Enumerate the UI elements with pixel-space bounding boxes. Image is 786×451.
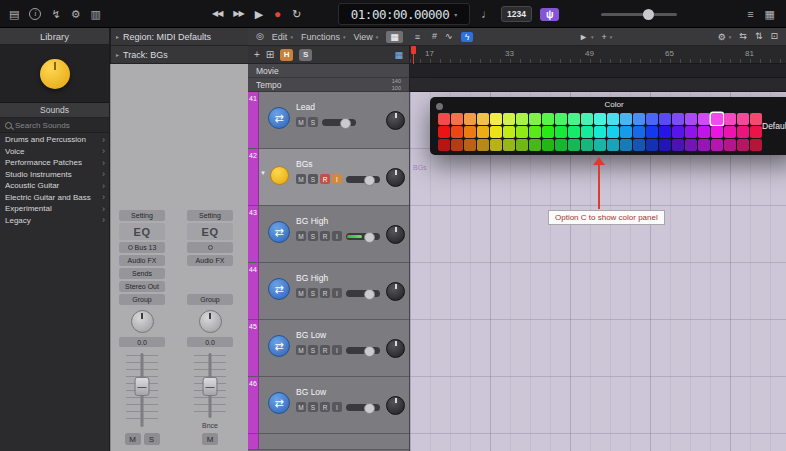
volume-fader[interactable] <box>187 351 233 420</box>
track-name[interactable]: BGs <box>296 159 385 169</box>
track-sort-icon[interactable]: ▦ <box>394 50 403 60</box>
setting-button[interactable]: Setting <box>119 210 165 221</box>
track-m-button[interactable]: M <box>296 117 306 127</box>
library-search[interactable] <box>0 118 109 133</box>
color-swatch[interactable] <box>464 113 476 125</box>
group-button[interactable]: Group <box>119 294 165 305</box>
track-s-button[interactable]: S <box>308 345 318 355</box>
track-m-button[interactable]: M <box>296 345 306 355</box>
color-swatch[interactable] <box>698 139 710 151</box>
play-button[interactable]: ▶ <box>255 9 263 20</box>
pan-knob[interactable] <box>386 396 405 415</box>
track-header[interactable]: 44 ⇄ BG High MSRI <box>248 263 409 320</box>
color-swatch[interactable] <box>555 139 567 151</box>
color-swatch[interactable] <box>672 126 684 138</box>
color-swatch[interactable] <box>516 113 528 125</box>
color-swatch[interactable] <box>568 139 580 151</box>
track-m-button[interactable]: M <box>296 402 306 412</box>
eq-button[interactable]: EQ <box>119 223 165 240</box>
color-swatch[interactable] <box>568 126 580 138</box>
color-swatch[interactable] <box>581 139 593 151</box>
track-s-button[interactable]: S <box>308 117 318 127</box>
library-item[interactable]: Electric Guitar and Bass› <box>0 192 109 204</box>
volume-slider[interactable] <box>346 176 380 183</box>
color-swatch[interactable] <box>529 126 541 138</box>
color-swatch[interactable] <box>659 126 671 138</box>
volume-fader[interactable] <box>119 351 165 429</box>
format-button[interactable] <box>187 242 233 253</box>
disclosure-triangle-icon[interactable]: ▼ <box>260 170 266 176</box>
color-swatch[interactable] <box>503 126 515 138</box>
hide-tracks-button[interactable]: H <box>280 49 293 61</box>
track-header[interactable]: 46 ⇄ BG Low MSRI <box>248 377 409 434</box>
color-swatch[interactable] <box>698 126 710 138</box>
volume-knob[interactable] <box>643 9 654 20</box>
library-item[interactable]: Performance Patches› <box>0 157 109 169</box>
color-swatch[interactable] <box>503 139 515 151</box>
track-icon[interactable]: ⇄ <box>268 221 290 243</box>
input-button[interactable]: Bus 13 <box>119 242 165 253</box>
track-m-button[interactable]: M <box>296 288 306 298</box>
track-inspector-header[interactable]: ▸ Track: BGs <box>110 46 248 64</box>
catch-playhead-icon[interactable]: ◎ <box>256 32 264 41</box>
color-swatch[interactable] <box>607 139 619 151</box>
color-swatch[interactable] <box>438 139 450 151</box>
audio-fx-button[interactable]: Audio FX <box>119 255 165 266</box>
pan-knob[interactable] <box>386 225 405 244</box>
mixer-icon[interactable]: ▥ <box>91 9 101 20</box>
track-m-button[interactable]: M <box>296 231 306 241</box>
add-track-button[interactable]: + <box>254 50 260 60</box>
cycle-button[interactable]: ↻ <box>292 9 301 20</box>
color-swatch[interactable] <box>451 139 463 151</box>
close-button[interactable] <box>436 103 443 110</box>
inspector-toggle-icon[interactable]: i <box>29 8 41 20</box>
pan-knob[interactable] <box>131 310 154 333</box>
color-swatch[interactable] <box>594 139 606 151</box>
color-swatch[interactable] <box>568 113 580 125</box>
color-swatch[interactable] <box>477 126 489 138</box>
rewind-button[interactable]: ◀◀ <box>212 10 222 18</box>
gain-display[interactable]: 0.0 <box>187 337 233 347</box>
waveform-icon[interactable]: ∿ <box>445 32 453 41</box>
color-swatch[interactable] <box>581 113 593 125</box>
view-menu[interactable]: View▾ <box>353 32 378 42</box>
count-in-button[interactable]: 1234 <box>501 6 532 22</box>
mute-button[interactable]: M <box>202 433 218 445</box>
color-swatch[interactable] <box>633 113 645 125</box>
color-swatch[interactable] <box>646 113 658 125</box>
browsers-icon[interactable]: ▦ <box>765 9 775 20</box>
color-swatch[interactable] <box>750 126 762 138</box>
functions-menu[interactable]: Functions▾ <box>301 32 346 42</box>
track-name[interactable]: BG Low <box>296 330 385 340</box>
color-swatch[interactable] <box>542 113 554 125</box>
auto-zoom-icon[interactable]: ⊡ <box>770 32 778 41</box>
volume-slider[interactable] <box>322 119 356 126</box>
movie-track-header[interactable]: Movie <box>248 64 410 78</box>
volume-slider[interactable] <box>346 347 380 354</box>
playhead[interactable] <box>411 46 416 54</box>
color-swatch[interactable] <box>594 113 606 125</box>
color-swatch[interactable] <box>685 113 697 125</box>
track-icon[interactable]: ⇄ <box>268 392 290 414</box>
color-swatch[interactable] <box>529 113 541 125</box>
color-swatch[interactable] <box>490 113 502 125</box>
color-swatch[interactable] <box>724 126 736 138</box>
master-volume-slider[interactable] <box>601 13 677 16</box>
forward-button[interactable]: ▶▶ <box>233 10 243 18</box>
quick-help-icon[interactable]: ↯ <box>51 9 60 20</box>
track-i-button[interactable]: I <box>332 402 342 412</box>
color-swatch[interactable] <box>659 139 671 151</box>
solo-tracks-button[interactable]: S <box>299 49 312 61</box>
default-color-button[interactable]: Default <box>762 121 786 131</box>
smart-controls-icon[interactable]: ⚙ <box>71 9 81 20</box>
list-view-icon[interactable]: ≡ <box>411 31 424 43</box>
library-toggle-icon[interactable]: ▤ <box>9 9 19 20</box>
color-swatch[interactable] <box>516 126 528 138</box>
track-icon[interactable]: ⇄ <box>268 278 290 300</box>
library-item[interactable]: Acoustic Guitar› <box>0 180 109 192</box>
color-swatch[interactable] <box>685 139 697 151</box>
color-swatch[interactable] <box>711 113 723 125</box>
region-inspector-header[interactable]: ▸ Region: MIDI Defaults <box>110 28 248 46</box>
horizontal-zoom-icon[interactable]: ⇆ <box>739 32 747 41</box>
library-item[interactable]: Drums and Percussion› <box>0 134 109 146</box>
